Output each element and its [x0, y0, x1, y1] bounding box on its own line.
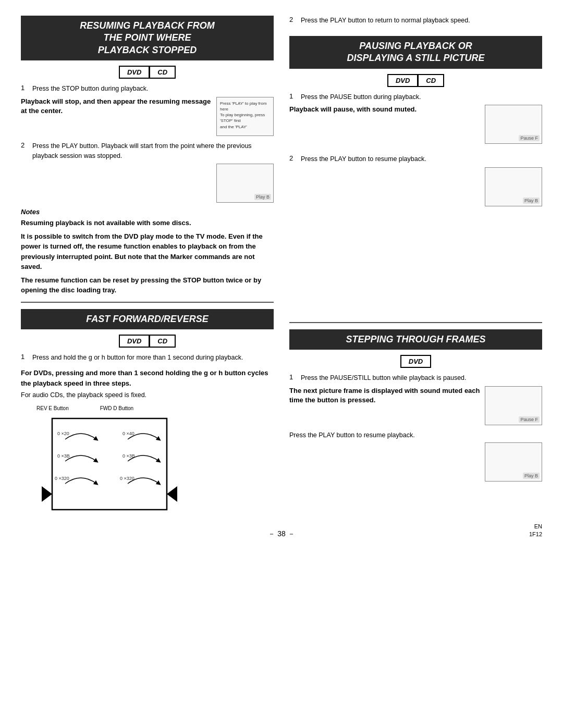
- pause-step2-text: Press the PLAY button to resume playback…: [301, 154, 426, 164]
- page: RESUMING PLAYBACK FROM THE POINT WHERE P…: [0, 0, 563, 728]
- pausing-title: PAUSING PLAYBACK OR DISPLAYING A STILL P…: [289, 36, 542, 69]
- screen-box-resuming: Press 'PLAY' to play from hereTo play be…: [216, 97, 274, 136]
- resuming-disc-badges: DVD CD: [21, 66, 274, 79]
- page-footer: － 38 － EN 1F12: [21, 529, 542, 539]
- ff-cd-badge: CD: [150, 335, 176, 348]
- svg-text:0 ×20: 0 ×20: [57, 431, 69, 436]
- pausing-step1: 1 Press the PAUSE button during playback…: [289, 92, 542, 144]
- pause-cd-badge: CD: [418, 74, 444, 87]
- cd-badge: CD: [150, 66, 176, 79]
- resuming-step2: 2 Press the PLAY button. Playback will s…: [21, 141, 274, 203]
- stepping-step1: 1 Press the PAUSE/STILL button while pla…: [289, 373, 542, 425]
- step1-text: Press the STOP button during playback.: [32, 84, 149, 94]
- resuming-step1: 1 Press the STOP button during playback.…: [21, 84, 274, 136]
- ff-step1: 1 Press and hold the g or h button for m…: [21, 353, 274, 363]
- stepping-step1-detail: Pause F The next picture frame is displa…: [289, 386, 542, 425]
- dvd-badge: DVD: [119, 66, 150, 79]
- note-item-0: Resuming playback is not available with …: [21, 218, 274, 228]
- stepping-step2-text: Press the PLAY button to resume playback…: [289, 430, 542, 440]
- step2-text: Press the PLAY button. Playback will sta…: [32, 141, 274, 161]
- pausing-step2: 2 Press the PLAY button to resume playba…: [289, 154, 542, 206]
- pause-step1-num: 1: [289, 92, 297, 100]
- note-item-2: The resume function can be reset by pres…: [21, 275, 274, 295]
- pausing-disc-badges: DVD CD: [289, 74, 542, 87]
- screen-box-stepping-step2: Play B: [485, 442, 542, 482]
- step-dvd-badge: DVD: [400, 355, 431, 368]
- ff-step1-text: Press and hold the g or h button for mor…: [32, 353, 243, 363]
- divider-fast-forward: [21, 302, 274, 303]
- stepping-step1-num: 1: [289, 373, 297, 381]
- resuming-right-step2: 2 Press the PLAY button to return to nor…: [289, 16, 542, 26]
- resuming-right-step2-text: Press the PLAY button to return to norma…: [301, 16, 470, 26]
- screen-resuming-step2-label: Play B: [254, 194, 271, 200]
- note-item-1: It is possible to switch from the DVD pl…: [21, 231, 274, 272]
- step2-num: 2: [21, 141, 28, 149]
- screen-pausing-label: Pause F: [519, 135, 540, 141]
- ff-note1: For DVDs, pressing and more than 1 secon…: [21, 368, 274, 388]
- screen-box-resuming-step2: Play B: [216, 164, 274, 203]
- screen-box-stepping: Pause F: [485, 386, 542, 425]
- pause-step1-text: Press the PAUSE button during playback.: [301, 92, 421, 102]
- pause-step2-num: 2: [289, 154, 297, 162]
- stepping-disc-badges: DVD: [289, 355, 542, 368]
- rev-label: REV E Button: [36, 405, 69, 411]
- ff-diagram: REV E Button FWD D Button 0 ×20 0 ×40: [36, 405, 274, 519]
- step1-num: 1: [21, 84, 28, 92]
- ff-note2: For audio CDs, the playback speed is fix…: [21, 390, 274, 400]
- svg-text:0 ×3B: 0 ×3B: [57, 453, 70, 459]
- fast-forward-disc-badges: DVD CD: [21, 335, 274, 348]
- fast-forward-title: FAST FORWARD/REVERSE: [21, 309, 274, 329]
- ff-step1-num: 1: [21, 353, 28, 361]
- pause-dvd-badge: DVD: [387, 74, 418, 87]
- fwd-label: FWD D Button: [100, 405, 133, 411]
- screen-box-pausing: Pause F: [485, 105, 542, 144]
- screen-box-pausing-step2: Play B: [485, 167, 542, 206]
- resuming-title: RESUMING PLAYBACK FROM THE POINT WHERE P…: [21, 16, 274, 60]
- page-code: EN 1F12: [529, 523, 542, 539]
- right-column: 2 Press the PLAY button to return to nor…: [289, 16, 542, 519]
- stepping-step1-text: Press the PAUSE/STILL button while playb…: [301, 373, 467, 383]
- resuming-right-step2-num: 2: [289, 16, 297, 23]
- svg-text:0 ×320: 0 ×320: [120, 476, 134, 481]
- svg-text:0 ×40: 0 ×40: [123, 431, 134, 436]
- screen-resuming-text: Press 'PLAY' to play from hereTo play be…: [217, 97, 273, 133]
- notes-section: Notes Resuming playback is not available…: [21, 208, 274, 295]
- screen-stepping-step2-label: Play B: [523, 473, 540, 479]
- pause-step1-detail: Pause F Playback will pause, with sound …: [289, 105, 542, 144]
- divider-stepping: [289, 322, 542, 323]
- screen-stepping-label: Pause F: [519, 416, 540, 423]
- ff-dvd-badge: DVD: [119, 335, 150, 348]
- stepping-title: STEPPING THROUGH FRAMES: [289, 329, 542, 350]
- ff-diagram-svg: 0 ×20 0 ×40 0 ×3B 0 ×3B 0 ×320 0 ×320: [36, 413, 182, 517]
- svg-rect-0: [52, 418, 167, 510]
- step1-detail: Press 'PLAY' to play from hereTo play be…: [21, 97, 274, 136]
- notes-label: Notes: [21, 208, 274, 216]
- left-column: RESUMING PLAYBACK FROM THE POINT WHERE P…: [21, 16, 274, 519]
- page-number: － 38 －: [21, 529, 542, 539]
- screen-pausing-step2-label: Play B: [523, 198, 540, 204]
- right-spacer: [289, 212, 542, 316]
- stepping-step2: Press the PLAY button to resume playback…: [289, 430, 542, 482]
- svg-text:0 ×320: 0 ×320: [55, 476, 69, 481]
